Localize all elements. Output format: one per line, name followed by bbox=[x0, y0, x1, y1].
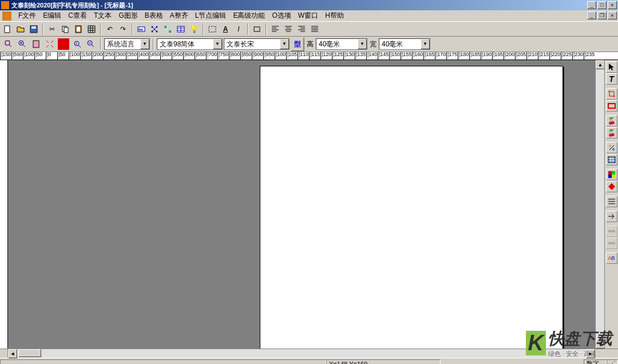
table-tool[interactable] bbox=[606, 154, 617, 165]
status-mode: 数字 bbox=[584, 359, 607, 365]
diamond-tool[interactable] bbox=[606, 181, 617, 192]
new-button[interactable] bbox=[1, 23, 14, 35]
svg-text:1: 1 bbox=[76, 42, 78, 45]
canvas[interactable] bbox=[8, 60, 595, 349]
menu-table[interactable]: B表格 bbox=[141, 10, 167, 22]
plot-button[interactable] bbox=[135, 23, 148, 35]
scroll-left-button[interactable]: ◄ bbox=[8, 349, 17, 358]
menu-options[interactable]: O选项 bbox=[268, 10, 294, 22]
cherry-tool-1[interactable]: 🍒 bbox=[606, 115, 617, 126]
dropdown-icon[interactable]: ▼ bbox=[213, 39, 222, 49]
hscroll-track[interactable] bbox=[17, 349, 586, 358]
italic-button[interactable]: I bbox=[232, 23, 245, 35]
zoom-all-button[interactable]: 1 bbox=[71, 38, 84, 50]
menu-window[interactable]: W窗口 bbox=[295, 10, 322, 22]
toolbar-main: ✂ ↶ ↷ 💡 A I bbox=[0, 21, 618, 37]
width-label: 宽 bbox=[369, 39, 378, 49]
lines-tool-1[interactable] bbox=[606, 196, 617, 207]
dropdown-icon[interactable]: ▼ bbox=[280, 39, 289, 49]
save-button[interactable] bbox=[27, 23, 40, 35]
menu-node[interactable]: L节点编辑 bbox=[192, 10, 230, 22]
menu-align[interactable]: A整齐 bbox=[167, 10, 192, 22]
percent-tool[interactable] bbox=[606, 142, 617, 153]
svg-rect-0 bbox=[5, 26, 10, 33]
menu-view[interactable]: C查看 bbox=[65, 10, 90, 22]
cut-button[interactable]: ✂ bbox=[46, 23, 58, 35]
ruler-tool-1[interactable] bbox=[606, 225, 617, 237]
open-button[interactable] bbox=[14, 23, 27, 35]
align-left-button[interactable] bbox=[269, 23, 282, 35]
align-justify-button[interactable] bbox=[308, 23, 321, 35]
lightbulb-button[interactable]: 💡 bbox=[188, 23, 200, 35]
workarea: ▲ ▼ T 🍒 🍒 AB bbox=[0, 60, 618, 349]
zoom-page-button[interactable] bbox=[30, 38, 42, 50]
width-combo[interactable]: 40毫米 ▼ bbox=[379, 38, 430, 50]
font-family-value: 文泰98简体 bbox=[157, 39, 213, 49]
rectangle-tool[interactable] bbox=[606, 100, 617, 112]
copy-button[interactable] bbox=[59, 23, 72, 35]
font-style-combo[interactable]: 文泰长宋 ▼ bbox=[224, 38, 290, 50]
color-tool[interactable] bbox=[606, 169, 617, 180]
crop-tool[interactable] bbox=[606, 88, 617, 100]
minimize-button[interactable]: _ bbox=[587, 1, 596, 9]
align-center-button[interactable] bbox=[282, 23, 295, 35]
restore-button[interactable]: □ bbox=[597, 1, 607, 9]
scroll-up-button[interactable]: ▲ bbox=[596, 60, 605, 69]
svg-rect-20 bbox=[33, 41, 39, 48]
paste-button[interactable] bbox=[72, 23, 85, 35]
ruler-corner bbox=[0, 349, 8, 358]
zoom-in-button[interactable] bbox=[16, 38, 29, 50]
resize-grip[interactable]: ⋰ bbox=[607, 359, 618, 365]
align-right-button[interactable] bbox=[295, 23, 308, 35]
svg-rect-15 bbox=[209, 26, 216, 32]
svg-rect-13 bbox=[169, 30, 171, 33]
redo-button[interactable]: ↷ bbox=[117, 23, 129, 35]
doc-close-button[interactable]: × bbox=[608, 11, 617, 19]
undo-button[interactable]: ↶ bbox=[104, 23, 116, 35]
zoom-out-button[interactable] bbox=[85, 38, 97, 50]
ruler-tool-2[interactable] bbox=[606, 238, 617, 249]
menu-help[interactable]: H帮助 bbox=[322, 10, 347, 22]
font-family-combo[interactable]: 文泰98简体 ▼ bbox=[157, 38, 223, 50]
svg-rect-2 bbox=[31, 26, 36, 29]
pointer-tool[interactable] bbox=[606, 61, 617, 73]
grid-button[interactable] bbox=[85, 23, 98, 35]
ruler-horizontal: |150|590|100|50|0|50|100|150|200|250|300… bbox=[0, 52, 618, 60]
text-a-button[interactable]: A bbox=[219, 23, 232, 35]
zoom-selection-button[interactable] bbox=[2, 38, 15, 50]
nodes-button[interactable] bbox=[148, 23, 161, 35]
menu-edit[interactable]: E编辑 bbox=[39, 10, 65, 22]
menu-graphic[interactable]: G图形 bbox=[115, 10, 141, 22]
dropdown-icon[interactable]: ▼ bbox=[140, 39, 149, 49]
menu-advanced[interactable]: E高级功能 bbox=[229, 10, 268, 22]
watermark: K 快盘下载 绿色 · 安全 · 高速 bbox=[526, 328, 612, 358]
arrow-tool[interactable] bbox=[606, 211, 617, 222]
rect-button[interactable] bbox=[251, 23, 263, 35]
close-button[interactable]: × bbox=[608, 1, 617, 9]
dropdown-icon[interactable]: ▼ bbox=[358, 39, 367, 49]
text-tool[interactable]: T bbox=[606, 73, 617, 85]
doc-restore-button[interactable]: ❐ bbox=[597, 11, 607, 19]
vscroll-track[interactable] bbox=[596, 69, 604, 339]
ab-tool[interactable]: AB bbox=[606, 252, 617, 264]
language-combo[interactable]: 系统语言 ▼ bbox=[104, 38, 150, 50]
dropdown-icon[interactable]: ▼ bbox=[421, 39, 430, 49]
menu-text[interactable]: T文本 bbox=[90, 10, 115, 22]
svg-rect-21 bbox=[60, 41, 67, 48]
height-combo[interactable]: 40毫米 ▼ bbox=[316, 38, 367, 50]
type-button[interactable]: 型 bbox=[291, 37, 304, 52]
zoom-extents-button[interactable] bbox=[43, 38, 56, 50]
zoom-fill-button[interactable] bbox=[57, 38, 70, 50]
svg-point-27 bbox=[612, 148, 615, 151]
svg-rect-28 bbox=[608, 157, 615, 163]
hscroll-thumb[interactable] bbox=[18, 349, 41, 357]
dashed-rect-button[interactable] bbox=[206, 23, 219, 35]
table-button[interactable] bbox=[175, 23, 187, 35]
svg-rect-29 bbox=[608, 171, 612, 175]
svg-point-26 bbox=[609, 145, 611, 147]
doc-minimize-button[interactable]: _ bbox=[587, 11, 596, 19]
cherry-tool-2[interactable]: 🍒 bbox=[606, 127, 617, 139]
ruler-vertical bbox=[0, 60, 8, 349]
snap-button[interactable] bbox=[161, 23, 174, 35]
menu-file[interactable]: F文件 bbox=[15, 10, 39, 22]
